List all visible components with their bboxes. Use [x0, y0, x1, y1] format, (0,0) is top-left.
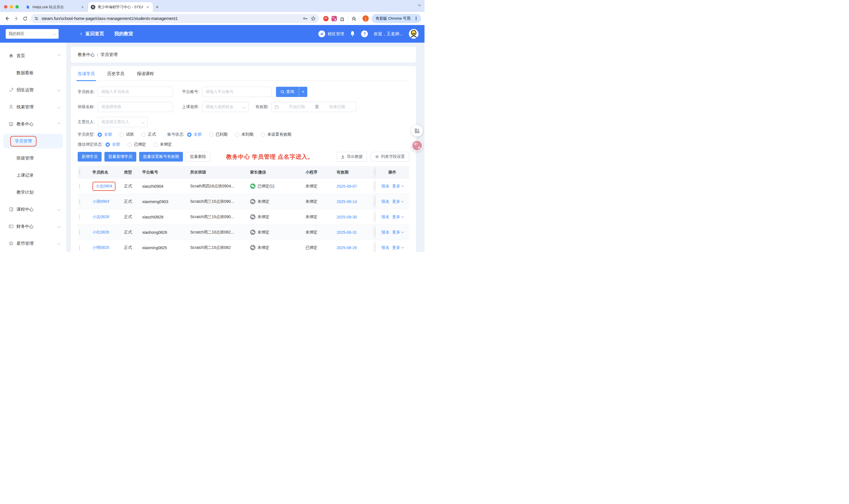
- extension-translate-icon[interactable]: 中A: [332, 16, 337, 21]
- student-name-link[interactable]: 小红0826: [92, 230, 109, 234]
- profile-avatar-icon[interactable]: j: [362, 15, 369, 22]
- extension-red-icon[interactable]: [323, 16, 329, 21]
- maximize-window-button[interactable]: [15, 5, 19, 8]
- close-tab-icon[interactable]: ×: [145, 5, 150, 10]
- sidebar-item-academic-center[interactable]: 教务中心: [0, 115, 66, 132]
- radio-not-expired[interactable]: 未到期: [235, 132, 253, 137]
- sidebar-item-star-coin[interactable]: 星币管理: [0, 235, 66, 252]
- widgets-float-button[interactable]: [411, 125, 423, 137]
- browser-tab-helplook[interactable]: HelpLook 站点后台 ×: [23, 2, 88, 12]
- minimize-window-button[interactable]: [10, 5, 13, 8]
- validity-link[interactable]: 2025-09-14: [337, 199, 357, 204]
- student-name-link[interactable]: 小萌0903: [92, 199, 109, 204]
- owner-select[interactable]: 请选择主责任人: [98, 117, 148, 127]
- class-name-select[interactable]: 请选择班级: [98, 102, 173, 112]
- teacher-select[interactable]: 请输入老师姓名: [202, 102, 249, 112]
- start-date-placeholder[interactable]: 开始日期: [281, 104, 313, 109]
- breadcrumb-parent[interactable]: 教务中心: [78, 52, 95, 57]
- student-name-input[interactable]: 请输入学员姓名: [98, 87, 173, 97]
- enroll-link[interactable]: 报名: [382, 230, 389, 235]
- browser-menu-icon[interactable]: ⋮: [413, 16, 419, 21]
- student-name-link[interactable]: 小志0828: [92, 214, 109, 219]
- browser-tab-steam[interactable]: S 青少年编程学习中心 - STEAM.. ×: [88, 2, 153, 12]
- end-date-placeholder[interactable]: 结束日期: [321, 104, 353, 109]
- more-link[interactable]: 更多: [392, 214, 404, 220]
- help-icon[interactable]: ?: [361, 31, 368, 37]
- sidebar-item-course-center[interactable]: 课程中心: [0, 201, 66, 218]
- row-checkbox[interactable]: [79, 199, 80, 204]
- platform-account-input[interactable]: 请输入平台账号: [202, 87, 272, 97]
- more-link[interactable]: 更多: [392, 245, 404, 250]
- tab-history-students[interactable]: 历史学员: [107, 71, 124, 77]
- row-checkbox[interactable]: [79, 230, 80, 235]
- new-tab-button[interactable]: +: [153, 4, 163, 12]
- enroll-link[interactable]: 报名: [382, 199, 389, 204]
- close-window-button[interactable]: [4, 5, 7, 8]
- forward-arrow-icon[interactable]: [13, 14, 20, 23]
- sidebar-item-dashboard[interactable]: 数据看板: [0, 64, 66, 82]
- row-checkbox[interactable]: [79, 184, 80, 188]
- batch-delete-button[interactable]: 批量删除: [186, 152, 210, 162]
- tab-current-students[interactable]: 在读学员: [78, 71, 95, 77]
- close-tab-icon[interactable]: ×: [80, 5, 85, 10]
- sidebar-item-leads[interactable]: 线索管理: [0, 98, 66, 115]
- row-checkbox[interactable]: [79, 246, 80, 250]
- back-arrow-icon[interactable]: [3, 14, 11, 23]
- add-student-button[interactable]: 新增学员: [78, 152, 102, 162]
- radio-all[interactable]: 全部: [106, 142, 120, 147]
- export-data-button[interactable]: 导出数据: [337, 152, 367, 162]
- student-name-link[interactable]: 小明0825: [92, 245, 109, 250]
- enroll-link[interactable]: 报名: [382, 184, 389, 189]
- radio-bound[interactable]: 已绑定: [127, 142, 146, 147]
- chrome-update-chip[interactable]: 有新版 Chrome 可用 ⋮: [372, 14, 421, 23]
- tab-search-chevron-icon[interactable]: [418, 3, 421, 6]
- radio-formal[interactable]: 正式: [141, 132, 156, 137]
- welcome-text[interactable]: 欢迎，王老师...: [374, 31, 403, 37]
- campus-management-link[interactable]: 校区管理: [318, 31, 344, 37]
- side-panel-star-icon[interactable]: [351, 16, 356, 21]
- sidebar-item-lesson-records[interactable]: 上课记录: [0, 167, 66, 184]
- sidebar-item-student-management[interactable]: 学员管理: [3, 134, 63, 148]
- column-settings-button[interactable]: 列表字段设置: [371, 152, 409, 162]
- my-classroom-link[interactable]: 我的教室: [114, 31, 133, 37]
- more-link[interactable]: 更多: [392, 199, 404, 204]
- more-link[interactable]: 更多: [392, 230, 404, 235]
- red-annotation-box[interactable]: 学员管理: [10, 136, 36, 146]
- bell-icon[interactable]: [350, 31, 355, 37]
- row-checkbox[interactable]: [79, 215, 80, 219]
- sidebar-item-class-management[interactable]: 班级管理: [0, 150, 66, 167]
- radio-no-validity[interactable]: 未设置有效期: [261, 132, 291, 137]
- query-dropdown-button[interactable]: ▼: [299, 87, 307, 97]
- user-avatar[interactable]: [409, 29, 419, 39]
- translate-float-button[interactable]: 中 A: [411, 140, 423, 151]
- validity-link[interactable]: 2025-09-07: [337, 184, 357, 188]
- reload-icon[interactable]: [22, 14, 29, 23]
- back-home-link[interactable]: 返回首页: [81, 31, 104, 37]
- key-icon[interactable]: [303, 16, 308, 21]
- radio-all[interactable]: 全部: [98, 132, 112, 137]
- bookmark-star-icon[interactable]: [311, 16, 316, 21]
- tab-enrolled-courses[interactable]: 报读课程: [137, 71, 154, 77]
- radio-all[interactable]: 全部: [187, 132, 202, 137]
- validity-link[interactable]: 2025-08-26: [337, 246, 357, 250]
- enroll-link[interactable]: 报名: [382, 214, 389, 220]
- query-button[interactable]: 查询: [276, 87, 299, 97]
- more-link[interactable]: 更多: [392, 184, 404, 189]
- select-all-checkbox[interactable]: [79, 170, 80, 175]
- sidebar-item-admissions[interactable]: 招生运营: [0, 82, 66, 98]
- sidebar-item-finance-center[interactable]: 财务中心: [0, 218, 66, 235]
- validity-link[interactable]: 2025-08-31: [337, 230, 357, 235]
- student-name-link[interactable]: 小志0904: [95, 184, 112, 188]
- site-settings-icon[interactable]: [34, 16, 39, 21]
- batch-validity-button[interactable]: 批量设置账号有效期: [139, 152, 183, 162]
- radio-expired[interactable]: 已到期: [209, 132, 228, 137]
- puzzle-icon[interactable]: [340, 16, 345, 21]
- validity-date-range[interactable]: 开始日期 至 结束日期: [271, 102, 356, 112]
- radio-trial[interactable]: 试听: [120, 132, 134, 137]
- batch-add-button[interactable]: 批量新增学员: [104, 152, 136, 162]
- enroll-link[interactable]: 报名: [382, 245, 389, 250]
- radio-unbound[interactable]: 未绑定: [153, 142, 172, 147]
- sidebar-item-home[interactable]: 首页: [0, 47, 66, 64]
- sidebar-item-teaching-plan[interactable]: 教学计划: [0, 184, 66, 201]
- validity-link[interactable]: 2025-09-30: [337, 215, 357, 219]
